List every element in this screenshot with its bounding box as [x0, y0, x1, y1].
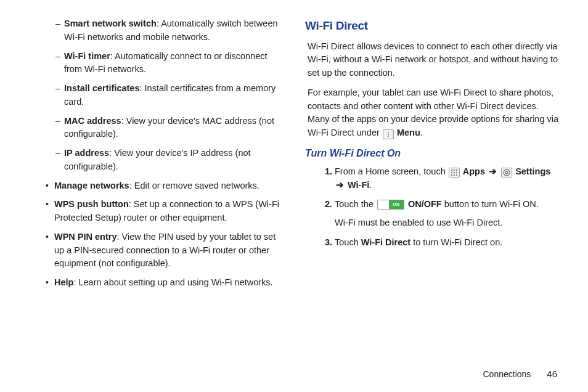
list-item: Help: Learn about setting up and using W…: [46, 276, 283, 290]
settings-label: Settings: [515, 166, 550, 176]
text: .: [369, 180, 372, 190]
dash-list: Smart network switch: Automatically swit…: [27, 17, 283, 174]
heading-wifi-direct: Wi-Fi Direct: [305, 17, 561, 35]
list-item: WPN PIN entry: View the PIN used by your…: [46, 231, 283, 271]
step-1: 1. From a Home screen, touch Apps ➔ Sett…: [326, 165, 561, 192]
svg-point-11: [456, 174, 457, 176]
list-item: Manage networks: Edit or remove saved ne…: [46, 179, 283, 193]
sub-note: Wi-Fi must be enabled to use Wi-Fi Direc…: [335, 216, 561, 230]
svg-point-0: [388, 132, 389, 133]
wifi-direct-label: Wi-Fi Direct: [361, 237, 410, 247]
paragraph: Wi-Fi Direct allows devices to connect t…: [305, 40, 561, 80]
page-number: 46: [547, 367, 557, 382]
term: WPS push button: [54, 199, 129, 209]
term: Help: [54, 277, 73, 287]
text: to turn Wi-Fi Direct on.: [410, 237, 502, 247]
term: IP address: [64, 148, 109, 158]
svg-point-2: [388, 136, 389, 137]
term: Smart network switch: [64, 18, 157, 28]
svg-point-12: [504, 169, 510, 176]
paragraph: For example, your tablet can use Wi-Fi D…: [305, 86, 561, 140]
on-off-toggle-icon: ON: [377, 200, 404, 210]
term: MAC address: [64, 116, 121, 126]
settings-icon: [501, 168, 512, 178]
on-text: ON: [389, 200, 404, 209]
list-item: WPS push button: Set up a connection to …: [46, 198, 283, 225]
heading-turn-on: Turn Wi-Fi Direct On: [305, 146, 561, 161]
left-column: Smart network switch: Automatically swit…: [27, 17, 283, 362]
svg-point-6: [451, 172, 452, 173]
section-name: Connections: [483, 368, 531, 381]
arrow-icon: ➔: [336, 180, 344, 190]
onoff-label: ON/OFF: [408, 199, 442, 209]
svg-point-4: [454, 169, 455, 171]
text: From a Home screen, touch: [335, 166, 448, 176]
svg-point-5: [456, 169, 457, 171]
svg-point-8: [456, 172, 457, 173]
apps-label: Apps: [463, 166, 485, 176]
step-number: 3.: [320, 236, 332, 250]
bullet-list: Manage networks: Edit or remove saved ne…: [27, 179, 283, 290]
desc: : Learn about setting up and using Wi-Fi…: [73, 277, 272, 287]
numbered-list: 1. From a Home screen, touch Apps ➔ Sett…: [305, 165, 561, 250]
list-item: Smart network switch: Automatically swit…: [55, 17, 283, 44]
term: Manage networks: [54, 181, 129, 190]
svg-point-1: [388, 134, 389, 135]
text: button to turn Wi-Fi ON.: [442, 199, 539, 209]
text: For example, your tablet can use Wi-Fi D…: [308, 88, 558, 137]
svg-point-3: [451, 169, 452, 171]
text: .: [420, 128, 423, 137]
step-number: 1.: [320, 165, 332, 179]
term: Install certificates: [64, 83, 140, 93]
desc: : Edit or remove saved networks.: [129, 181, 259, 190]
menu-icon: [383, 129, 394, 139]
svg-point-13: [505, 171, 508, 174]
list-item: MAC address: View your device's MAC addr…: [55, 115, 283, 142]
text: Touch the: [335, 199, 376, 209]
list-item: IP address: View your device's IP addres…: [55, 147, 283, 174]
right-column: Wi-Fi Direct Wi-Fi Direct allows devices…: [305, 17, 561, 362]
arrow-icon: ➔: [489, 166, 497, 176]
page-footer: Connections 46: [27, 362, 561, 382]
wifi-label: Wi-Fi: [348, 180, 369, 190]
menu-label: Menu: [397, 128, 420, 137]
svg-point-7: [454, 172, 455, 173]
term: Wi-Fi timer: [64, 51, 110, 61]
list-item: Install certificates: Install certificat…: [55, 82, 283, 109]
step-3: 3. Touch Wi-Fi Direct to turn Wi-Fi Dire…: [326, 236, 561, 250]
term: WPN PIN entry: [54, 232, 117, 242]
page-columns: Smart network switch: Automatically swit…: [27, 17, 561, 362]
step-2: 2. Touch the ON ON/OFF button to turn Wi…: [326, 198, 561, 230]
svg-point-9: [451, 174, 452, 176]
text: Touch: [335, 237, 361, 247]
apps-icon: [449, 168, 460, 178]
svg-point-10: [454, 174, 455, 176]
step-number: 2.: [320, 198, 332, 211]
list-item: Wi-Fi timer: Automatically connect to or…: [55, 50, 283, 77]
